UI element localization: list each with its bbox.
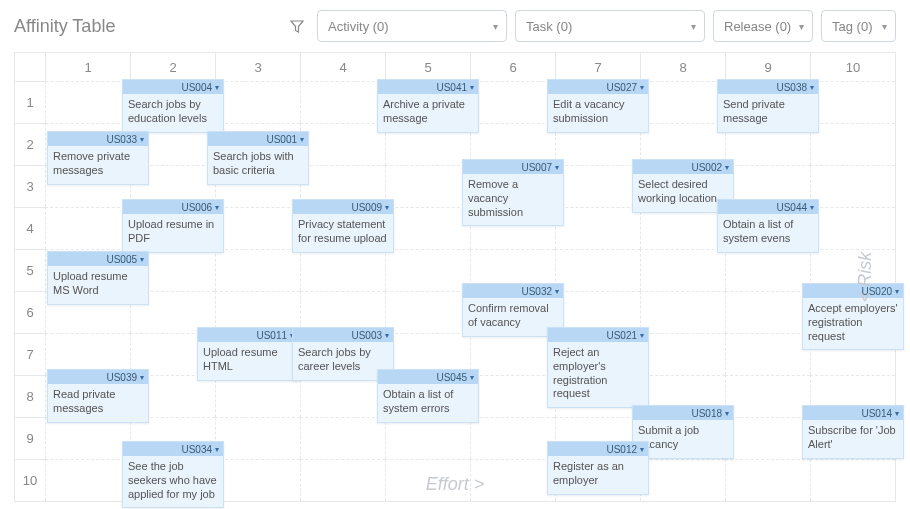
story-id-tag[interactable]: US011▾ <box>198 328 298 342</box>
row-header: 6 <box>15 291 45 333</box>
affinity-table-app: { "title": "Affinity Table", "filters": … <box>0 0 910 509</box>
story-card[interactable]: US012▾Register as an employer <box>547 441 649 495</box>
story-id-tag[interactable]: US001▾ <box>208 132 308 146</box>
y-axis-label: < Risk <box>855 252 876 303</box>
row-headers: 12345678910 <box>15 81 45 501</box>
activity-dropdown[interactable]: Activity (0)▾ <box>317 10 507 42</box>
chevron-down-icon: ▾ <box>140 373 144 382</box>
page-title: Affinity Table <box>14 16 115 37</box>
story-card-text: Upload resume in PDF <box>123 214 223 252</box>
story-id-tag[interactable]: US002▾ <box>633 160 733 174</box>
story-id-tag[interactable]: US021▾ <box>548 328 648 342</box>
story-card-text: Edit a vacancy submission <box>548 94 648 132</box>
chevron-down-icon: ▾ <box>215 83 219 92</box>
story-card-text: Remove private messages <box>48 146 148 184</box>
story-id-tag[interactable]: US018▾ <box>633 406 733 420</box>
story-id-tag[interactable]: US006▾ <box>123 200 223 214</box>
story-id-tag[interactable]: US033▾ <box>48 132 148 146</box>
col-header: 10 <box>810 53 895 81</box>
chevron-down-icon: ▾ <box>895 287 899 296</box>
chevron-down-icon: ▾ <box>385 331 389 340</box>
story-card[interactable]: US044▾Obtain a list of system evens <box>717 199 819 253</box>
story-card[interactable]: US005▾Upload resume MS Word <box>47 251 149 305</box>
story-card-text: Accept employers' registration request <box>803 298 903 349</box>
story-id-tag[interactable]: US004▾ <box>123 80 223 94</box>
story-card[interactable]: US020▾Accept employers' registration req… <box>802 283 904 350</box>
story-card-text: See the job seekers who have applied for… <box>123 456 223 507</box>
row-header: 9 <box>15 417 45 459</box>
story-id-tag[interactable]: US007▾ <box>463 160 563 174</box>
story-card-text: Read private messages <box>48 384 148 422</box>
row-header: 10 <box>15 459 45 501</box>
story-id-tag[interactable]: US003▾ <box>293 328 393 342</box>
filter-icon[interactable] <box>285 14 309 38</box>
story-card[interactable]: US006▾Upload resume in PDF <box>122 199 224 253</box>
story-card[interactable]: US034▾See the job seekers who have appli… <box>122 441 224 508</box>
story-card[interactable]: US014▾Subscribe for 'Job Alert' <box>802 405 904 459</box>
chevron-down-icon: ▾ <box>691 21 696 32</box>
story-id-tag[interactable]: US020▾ <box>803 284 903 298</box>
story-id-tag[interactable]: US044▾ <box>718 200 818 214</box>
story-id-tag[interactable]: US041▾ <box>378 80 478 94</box>
task-dropdown[interactable]: Task (0)▾ <box>515 10 705 42</box>
story-card-text: Search jobs by education levels <box>123 94 223 132</box>
story-id-tag[interactable]: US027▾ <box>548 80 648 94</box>
chevron-down-icon: ▾ <box>882 21 887 32</box>
story-card[interactable]: US021▾Reject an employer's registration … <box>547 327 649 408</box>
story-card-text: Upload resume MS Word <box>48 266 148 304</box>
row-header: 7 <box>15 333 45 375</box>
story-card-text: Send private message <box>718 94 818 132</box>
chevron-down-icon: ▾ <box>300 135 304 144</box>
story-id-tag[interactable]: US038▾ <box>718 80 818 94</box>
row-header: 4 <box>15 207 45 249</box>
chevron-down-icon: ▾ <box>385 203 389 212</box>
story-card[interactable]: US033▾Remove private messages <box>47 131 149 185</box>
chevron-down-icon: ▾ <box>810 203 814 212</box>
col-header: 3 <box>215 53 300 81</box>
story-card-text: Upload resume HTML <box>198 342 298 380</box>
row-header: 2 <box>15 123 45 165</box>
story-id-tag[interactable]: US032▾ <box>463 284 563 298</box>
story-card[interactable]: US027▾Edit a vacancy submission <box>547 79 649 133</box>
chevron-down-icon: ▾ <box>640 445 644 454</box>
column-headers: 12345678910 <box>45 53 895 81</box>
col-header: 8 <box>640 53 725 81</box>
story-id-tag[interactable]: US039▾ <box>48 370 148 384</box>
story-card[interactable]: US041▾Archive a private message <box>377 79 479 133</box>
story-id-tag[interactable]: US012▾ <box>548 442 648 456</box>
release-dropdown[interactable]: Release (0)▾ <box>713 10 813 42</box>
story-card-text: Remove a vacancy submission <box>463 174 563 225</box>
story-card-text: Archive a private message <box>378 94 478 132</box>
chevron-down-icon: ▾ <box>470 83 474 92</box>
col-header: 7 <box>555 53 640 81</box>
story-card[interactable]: US038▾Send private message <box>717 79 819 133</box>
chevron-down-icon: ▾ <box>555 163 559 172</box>
grid-body[interactable]: US004▾Search jobs by education levelsUS0… <box>45 81 895 501</box>
chevron-down-icon: ▾ <box>215 445 219 454</box>
story-card[interactable]: US039▾Read private messages <box>47 369 149 423</box>
chevron-down-icon: ▾ <box>895 409 899 418</box>
story-id-tag[interactable]: US014▾ <box>803 406 903 420</box>
story-card[interactable]: US001▾Search jobs with basic criteria <box>207 131 309 185</box>
row-header: 5 <box>15 249 45 291</box>
story-card-text: Register as an employer <box>548 456 648 494</box>
story-card[interactable]: US045▾Obtain a list of system errors <box>377 369 479 423</box>
story-card[interactable]: US009▾Privacy statement for resume uploa… <box>292 199 394 253</box>
tag-dropdown[interactable]: Tag (0)▾ <box>821 10 896 42</box>
chevron-down-icon: ▾ <box>810 83 814 92</box>
story-id-tag[interactable]: US034▾ <box>123 442 223 456</box>
row-header: 1 <box>15 81 45 123</box>
col-header: 5 <box>385 53 470 81</box>
story-card[interactable]: US007▾Remove a vacancy submission <box>462 159 564 226</box>
affinity-grid: 12345678910 12345678910 US004▾Search job… <box>14 52 896 502</box>
story-card-text: Privacy statement for resume upload <box>293 214 393 252</box>
story-card-text: Obtain a list of system errors <box>378 384 478 422</box>
story-id-tag[interactable]: US045▾ <box>378 370 478 384</box>
chevron-down-icon: ▾ <box>640 331 644 340</box>
story-id-tag[interactable]: US009▾ <box>293 200 393 214</box>
story-card-text: Subscribe for 'Job Alert' <box>803 420 903 458</box>
story-card[interactable]: US004▾Search jobs by education levels <box>122 79 224 133</box>
story-card[interactable]: US011▾Upload resume HTML <box>197 327 299 381</box>
story-id-tag[interactable]: US005▾ <box>48 252 148 266</box>
col-header: 1 <box>45 53 130 81</box>
